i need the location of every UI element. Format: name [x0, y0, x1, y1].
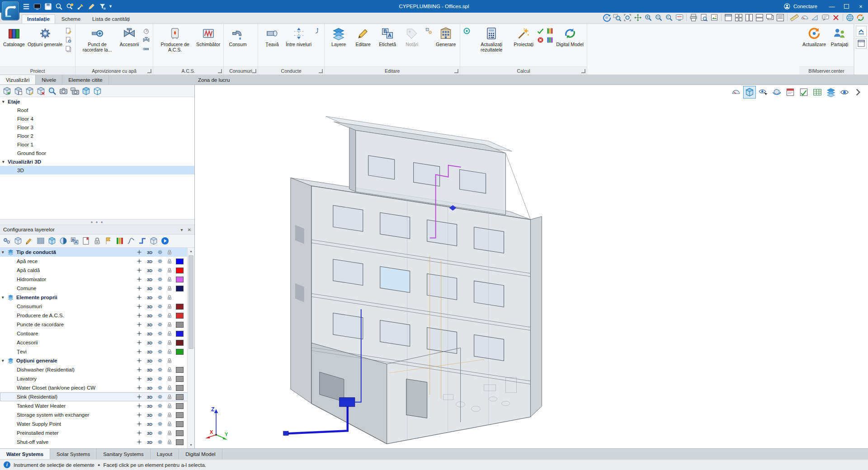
bottom-tab-layout[interactable]: Layout — [151, 449, 179, 459]
digital-model-button[interactable]: Digital Model — [555, 26, 585, 48]
lock-icon[interactable] — [166, 339, 173, 346]
bim-model-icon[interactable] — [845, 13, 855, 23]
bim-sync-icon[interactable] — [855, 13, 865, 23]
layer-item-tanked-water-heater[interactable]: Tanked Water Heater3D — [0, 401, 188, 410]
show-box-icon[interactable] — [81, 86, 91, 96]
lock-icon[interactable] — [166, 376, 173, 382]
layer-options-icon[interactable] — [157, 367, 163, 373]
layer-options-icon[interactable] — [157, 357, 163, 364]
center-view-icon[interactable] — [136, 376, 142, 382]
color-swatch[interactable] — [176, 412, 184, 418]
color-swatch[interactable] — [176, 376, 184, 382]
window-list-icon[interactable] — [775, 13, 785, 23]
layer-options-icon[interactable] — [157, 330, 163, 337]
3d-badge[interactable]: 3D — [146, 358, 154, 363]
lock-icon[interactable] — [166, 430, 173, 436]
shapes-sm-icon[interactable] — [425, 27, 433, 35]
zoom-in-icon[interactable] — [643, 13, 653, 23]
layer-options-icon[interactable] — [157, 430, 163, 436]
layer-options-icon[interactable] — [157, 421, 163, 427]
panel-toggle-icon[interactable] — [856, 38, 867, 49]
save-icon[interactable] — [43, 2, 53, 11]
protractor-icon[interactable] — [800, 13, 810, 23]
op-iuni-generale-button[interactable]: Opțiuni generale — [26, 26, 64, 48]
bottom-tab-digital-model[interactable]: Digital Model — [179, 449, 222, 459]
color-bars-icon[interactable] — [546, 27, 554, 35]
center-view-icon[interactable] — [136, 394, 142, 400]
3d-badge[interactable]: 3D — [146, 340, 154, 345]
layer-options-icon[interactable] — [157, 439, 163, 445]
center-view-icon[interactable] — [136, 303, 142, 310]
schimb-tor-button[interactable]: Schimbător — [195, 26, 222, 48]
center-view-icon[interactable] — [136, 294, 142, 301]
layer-options-icon[interactable] — [157, 403, 163, 409]
layer-item-single-room-valve[interactable]: Single room valve3D — [0, 446, 188, 448]
capture-view-icon[interactable] — [58, 86, 69, 96]
layer-item-water-supply-point[interactable]: Water Supply Point3D — [0, 419, 188, 428]
3d-badge[interactable]: 3D — [146, 250, 154, 255]
layer-item-sink-residential[interactable]: Sink (Residential)3D — [0, 392, 188, 401]
3d-badge[interactable]: 3D — [146, 422, 154, 427]
window-grid-icon[interactable] — [734, 13, 744, 23]
center-view-icon[interactable] — [136, 403, 142, 409]
lock-icon[interactable] — [166, 403, 173, 409]
lock-icon[interactable] — [166, 348, 173, 355]
layer-options-icon[interactable] — [157, 376, 163, 382]
layer-options-icon[interactable] — [157, 285, 163, 291]
layer-label-icon[interactable]: BA — [70, 236, 80, 246]
color-swatch[interactable] — [176, 313, 184, 319]
layer-item-dishwasher-residential[interactable]: Dishwasher (Residential)3D — [0, 365, 188, 374]
layer-item-consumuri[interactable]: Consumuri3D — [0, 302, 188, 311]
tree-item-3d[interactable]: 3D — [0, 166, 194, 174]
app-logo-icon[interactable] — [1, 1, 19, 20]
layer-item-producere-de-a-c-s[interactable]: Producere de A.C.S.3D — [0, 311, 188, 320]
building-3d-model[interactable] — [195, 85, 868, 448]
color-bars2-icon[interactable] — [546, 36, 554, 44]
center-view-icon[interactable] — [136, 348, 142, 355]
tree-item-floor-2[interactable]: Floor 2 — [0, 132, 194, 140]
orbit-mode-button[interactable] — [770, 86, 783, 99]
cataloage-button[interactable]: Cataloage — [2, 26, 26, 48]
color-swatch[interactable] — [176, 349, 184, 355]
color-swatch[interactable] — [176, 430, 184, 436]
center-view-icon[interactable] — [136, 276, 142, 282]
lock-icon[interactable] — [166, 312, 173, 319]
zoom-icon[interactable] — [54, 2, 64, 11]
lock-icon[interactable] — [166, 394, 173, 400]
color-swatch[interactable] — [176, 367, 184, 373]
lock-icon[interactable] — [166, 303, 173, 310]
slope-icon[interactable] — [810, 13, 820, 23]
layer-list-scrollbar[interactable]: ▲ ▼ — [187, 248, 194, 448]
3d-badge[interactable]: 3D — [146, 259, 154, 264]
color-swatch[interactable] — [176, 340, 184, 346]
ribbon-tab-instala-ie[interactable]: Instalație — [22, 14, 55, 24]
panel-splitter[interactable]: ● ● ● — [0, 219, 194, 225]
color-swatch[interactable] — [176, 421, 184, 427]
print-icon[interactable] — [689, 13, 698, 23]
tree-item-floor-1[interactable]: Floor 1 — [0, 140, 194, 149]
3d-badge[interactable]: 3D — [146, 277, 154, 282]
center-view-icon[interactable] — [136, 439, 142, 445]
lock-icon[interactable] — [166, 321, 173, 328]
tools-icon[interactable] — [76, 2, 85, 11]
color-swatch[interactable] — [176, 331, 184, 337]
color-swatch[interactable] — [176, 394, 184, 400]
layer-settings-icon[interactable] — [2, 236, 12, 246]
bottom-tab-sanitary-systems[interactable]: Sanitary Systems — [97, 449, 150, 459]
ribbon-tab-lista-de-cantit-i[interactable]: Lista de cantități — [87, 14, 135, 24]
lock-icon[interactable] — [166, 367, 173, 373]
actualiza-i-rezultatele-button[interactable]: Actualizați rezultatele — [472, 26, 511, 53]
window-tile-vertical-icon[interactable] — [744, 13, 754, 23]
3d-badge[interactable]: 3D — [146, 440, 154, 445]
connect-button[interactable]: Conectare — [776, 0, 825, 13]
layer-options-icon[interactable] — [157, 294, 163, 301]
layer-item-comune[interactable]: Comune3D — [0, 284, 188, 293]
layer-bookmark-icon[interactable] — [81, 236, 91, 246]
lock-icon[interactable] — [166, 294, 173, 301]
group-launcher-icon[interactable] — [581, 69, 585, 73]
collapse-up-icon[interactable] — [856, 26, 867, 37]
window-maximize-icon[interactable] — [723, 13, 733, 23]
lock-icon[interactable] — [166, 357, 173, 364]
lock-icon[interactable] — [166, 285, 173, 291]
3d-badge[interactable]: 3D — [146, 313, 154, 318]
